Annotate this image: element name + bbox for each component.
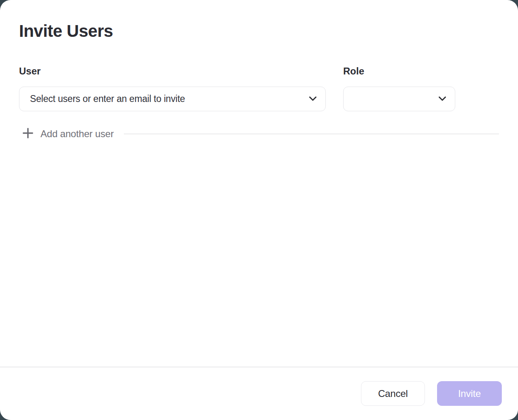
add-user-divider <box>124 134 499 134</box>
dialog-footer: Cancel Invite <box>0 367 518 420</box>
invite-button[interactable]: Invite <box>437 381 502 406</box>
chevron-down-icon <box>438 95 446 103</box>
role-field-label: Role <box>343 66 455 77</box>
dialog-content: Invite Users User Select users or enter … <box>0 0 518 367</box>
user-field-group: User Select users or enter an email to i… <box>19 66 326 111</box>
add-user-row: Add another user <box>19 127 499 140</box>
add-another-user-button[interactable]: Add another user <box>22 127 114 140</box>
plus-icon <box>22 127 34 140</box>
role-field-group: Role <box>343 66 455 111</box>
user-select-value: Select users or enter an email to invite <box>30 93 185 104</box>
role-select[interactable] <box>343 87 455 111</box>
chevron-down-icon <box>309 95 317 103</box>
add-another-user-label: Add another user <box>40 128 114 140</box>
user-field-label: User <box>19 66 326 77</box>
cancel-button[interactable]: Cancel <box>361 381 425 406</box>
user-select[interactable]: Select users or enter an email to invite <box>19 87 326 111</box>
invite-fields-row: User Select users or enter an email to i… <box>19 66 499 111</box>
page-title: Invite Users <box>19 21 499 41</box>
invite-users-dialog: Invite Users User Select users or enter … <box>0 0 518 420</box>
